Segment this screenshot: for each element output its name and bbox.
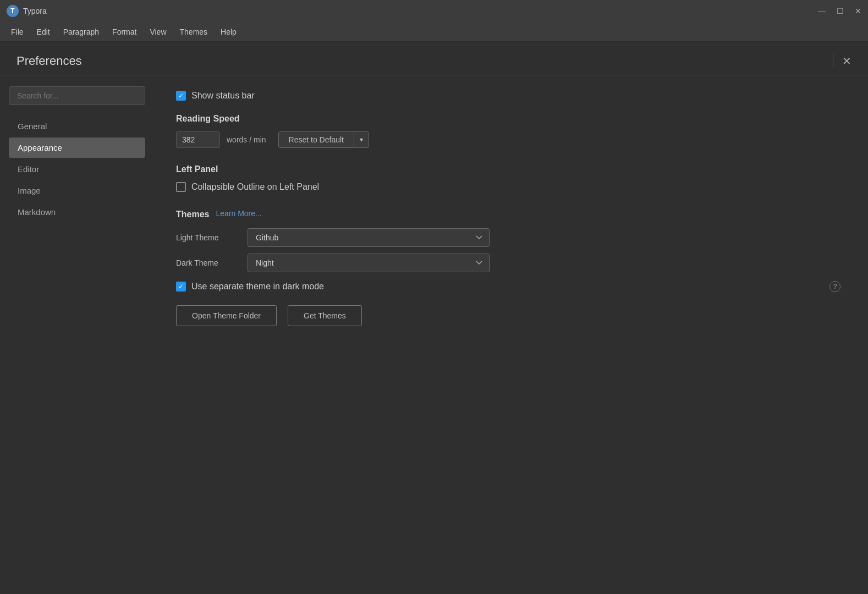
collapsible-outline-label: Collapsible Outline on Left Panel	[191, 182, 319, 192]
sidebar-item-appearance[interactable]: Appearance	[9, 138, 145, 158]
collapsible-outline-row: Collapsible Outline on Left Panel	[176, 182, 840, 192]
left-panel-heading: Left Panel	[176, 164, 840, 174]
header-right: ✕	[833, 53, 851, 69]
separate-theme-checkbox[interactable]: ✓	[176, 282, 186, 292]
sidebar-item-general[interactable]: General	[9, 116, 145, 136]
svg-text:T: T	[10, 7, 15, 15]
reading-speed-heading: Reading Speed	[176, 114, 840, 124]
light-theme-label: Light Theme	[176, 233, 237, 242]
checkmark-icon: ✓	[178, 92, 184, 99]
reset-dropdown-button[interactable]: ▾	[354, 132, 369, 147]
reset-button-group: Reset to Default ▾	[278, 131, 369, 148]
search-input[interactable]	[9, 86, 145, 105]
dark-theme-label: Dark Theme	[176, 258, 237, 267]
reading-speed-section: Reading Speed words / min Reset to Defau…	[176, 114, 840, 148]
checkmark-icon: ✓	[178, 283, 184, 290]
reading-speed-row: words / min Reset to Default ▾	[176, 131, 840, 148]
dark-theme-row: Dark Theme Night Default Github Newsprin…	[176, 254, 840, 272]
sidebar-item-image[interactable]: Image	[9, 180, 145, 201]
light-theme-row: Light Theme Github Default Newsprint Nig…	[176, 228, 840, 247]
app-logo-icon: T	[7, 5, 19, 17]
reset-to-default-button[interactable]: Reset to Default	[279, 132, 354, 147]
menu-edit[interactable]: Edit	[30, 25, 57, 38]
sidebar-item-markdown[interactable]: Markdown	[9, 202, 145, 222]
show-status-bar-label: Show status bar	[191, 91, 255, 101]
separate-theme-label: Use separate theme in dark mode	[191, 282, 324, 292]
preferences-window: Preferences ✕ General Appearance Editor …	[0, 42, 868, 594]
themes-section: Themes Learn More... Light Theme Github …	[176, 207, 840, 326]
preferences-close-button[interactable]: ✕	[842, 56, 851, 67]
minimize-button[interactable]: —	[818, 7, 826, 15]
titlebar-close-button[interactable]: ✕	[855, 7, 861, 15]
menu-file[interactable]: File	[4, 25, 30, 38]
show-status-bar-row: ✓ Show status bar	[176, 91, 840, 101]
collapsible-outline-checkbox[interactable]	[176, 182, 186, 192]
separate-theme-row: ✓ Use separate theme in dark mode ?	[176, 281, 840, 292]
open-theme-folder-button[interactable]: Open Theme Folder	[176, 305, 277, 326]
theme-buttons-row: Open Theme Folder Get Themes	[176, 305, 840, 326]
learn-more-link[interactable]: Learn More...	[216, 209, 261, 218]
preferences-header: Preferences ✕	[0, 42, 868, 75]
left-panel-section: Left Panel Collapsible Outline on Left P…	[176, 164, 840, 192]
maximize-button[interactable]: ☐	[837, 7, 844, 15]
window-controls: — ☐ ✕	[818, 7, 861, 15]
dark-theme-select[interactable]: Night Default Github Newsprint Pixyll Wh…	[248, 254, 490, 272]
words-per-min-label: words / min	[227, 135, 266, 144]
menubar: File Edit Paragraph Format View Themes H…	[0, 22, 868, 42]
themes-heading-row: Themes Learn More...	[176, 207, 840, 219]
header-divider	[833, 53, 833, 69]
light-theme-select[interactable]: Github Default Newsprint Night Pixyll Wh…	[248, 228, 490, 247]
help-icon[interactable]: ?	[829, 281, 840, 292]
appearance-panel: ✓ Show status bar Reading Speed words / …	[154, 75, 868, 594]
titlebar: T Typora — ☐ ✕	[0, 0, 868, 22]
show-status-bar-checkbox[interactable]: ✓	[176, 91, 186, 101]
menu-help[interactable]: Help	[214, 25, 243, 38]
app-title: Typora	[23, 7, 818, 15]
preferences-title: Preferences	[17, 54, 82, 68]
menu-paragraph[interactable]: Paragraph	[57, 25, 106, 38]
reading-speed-input[interactable]	[176, 131, 220, 148]
sidebar-item-editor[interactable]: Editor	[9, 159, 145, 179]
themes-heading: Themes	[176, 210, 209, 219]
menu-themes[interactable]: Themes	[173, 25, 215, 38]
menu-view[interactable]: View	[143, 25, 173, 38]
sidebar: General Appearance Editor Image Markdown	[0, 75, 154, 594]
menu-format[interactable]: Format	[106, 25, 143, 38]
preferences-content: General Appearance Editor Image Markdown…	[0, 75, 868, 594]
get-themes-button[interactable]: Get Themes	[288, 305, 362, 326]
dropdown-arrow-icon: ▾	[360, 136, 363, 144]
